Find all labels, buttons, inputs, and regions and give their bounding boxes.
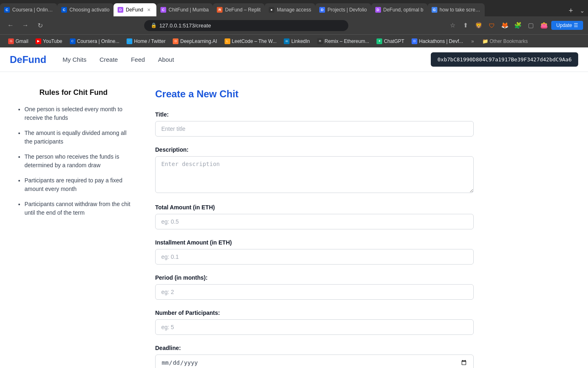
period-input[interactable] bbox=[155, 284, 474, 300]
browser-chrome: C Coursera | Online C C Choosing activat… bbox=[0, 0, 588, 47]
nav-my-chits[interactable]: My Chits bbox=[62, 56, 86, 63]
update-button[interactable]: Update ☰ bbox=[551, 21, 583, 30]
bookmark-coursera[interactable]: C Coursera | Online... bbox=[67, 38, 123, 45]
bookmark-youtube[interactable]: ▶ YouTube bbox=[32, 38, 65, 45]
title-label: Title: bbox=[155, 111, 474, 118]
tab-replit[interactable]: R DeFund – Replit bbox=[213, 3, 265, 16]
nav-about[interactable]: About bbox=[158, 56, 174, 63]
fox-icon[interactable]: 🦊 bbox=[499, 20, 510, 31]
tab-google[interactable]: G how to take screen bbox=[428, 3, 485, 16]
description-input[interactable] bbox=[155, 156, 474, 193]
deadline-label: Deadline: bbox=[155, 345, 474, 351]
bookmark-icon[interactable]: ☆ bbox=[447, 20, 458, 31]
address-bar: ← → ↻ 🔒 127.0.0.1:5173/create ☆ ⬆ 🦁 🛡 🦊 … bbox=[0, 16, 588, 34]
bookmark-remix[interactable]: R Remix – Ethereum... bbox=[314, 38, 372, 45]
toolbar-right: ☆ ⬆ 🦁 🛡 🦊 🧩 ▢ 👛 Update ☰ bbox=[447, 20, 583, 31]
total-amount-input[interactable] bbox=[155, 214, 474, 229]
period-field-group: Period (in months): bbox=[155, 274, 474, 300]
create-form: Create a New Chit Title: Description: To… bbox=[155, 88, 474, 368]
wallet-address-button[interactable]: 0xb7bC81990D804C97a1917Be39F3427d42bdC9A… bbox=[431, 52, 578, 67]
rule-item-4: Participants are required to pay a fixed… bbox=[24, 176, 131, 193]
title-input[interactable] bbox=[155, 121, 474, 137]
description-field-group: Description: bbox=[155, 146, 474, 194]
total-amount-label: Total Amount (in ETH) bbox=[155, 204, 474, 211]
bookmark-twitter[interactable]: 🐦 Home / Twitter bbox=[123, 38, 169, 45]
share-icon[interactable]: ⬆ bbox=[460, 20, 471, 31]
installment-field-group: Installment Amount (in ETH) bbox=[155, 239, 474, 265]
rule-item-5: Participants cannot withdraw from the ch… bbox=[24, 200, 131, 217]
main-layout: Rules for Chit Fund One person is select… bbox=[0, 72, 490, 368]
puzzle-icon[interactable]: 🧩 bbox=[512, 20, 523, 31]
installment-label: Installment Amount (in ETH) bbox=[155, 239, 474, 246]
tab-coursera1[interactable]: C Coursera | Online C bbox=[0, 3, 57, 16]
bookmark-deeplearning[interactable]: D DeepLearning.AI bbox=[169, 38, 220, 45]
create-form-title: Create a New Chit bbox=[155, 88, 474, 100]
tab-devfolio[interactable]: D Projects | Devfolio bbox=[315, 3, 371, 16]
lock-icon: 🔒 bbox=[151, 22, 157, 28]
bookmark-hackathons[interactable]: D Hackathons | Devf... bbox=[408, 38, 466, 45]
bookmarks-bar: G Gmail ▶ YouTube C Coursera | Online...… bbox=[0, 34, 588, 47]
brave-shield-icon[interactable]: 🛡 bbox=[486, 20, 497, 31]
tab-defund2[interactable]: D DeFund, optimal b bbox=[371, 3, 428, 16]
deadline-field-group: Deadline: bbox=[155, 345, 474, 368]
rules-list: One person is selected every month to re… bbox=[16, 105, 131, 217]
deadline-input[interactable] bbox=[155, 355, 474, 368]
nav-feed[interactable]: Feed bbox=[131, 56, 145, 63]
address-input[interactable]: 🔒 127.0.0.1:5173/create bbox=[144, 20, 348, 31]
rules-title: Rules for Chit Fund bbox=[16, 88, 131, 97]
window-icon[interactable]: ▢ bbox=[525, 20, 537, 31]
reload-button[interactable]: ↻ bbox=[34, 20, 46, 31]
menu-icon: ☰ bbox=[574, 22, 578, 28]
other-bookmarks[interactable]: 📁 Other Bookmarks bbox=[479, 38, 531, 45]
brave-lion-icon[interactable]: 🦁 bbox=[473, 20, 484, 31]
rule-item-2: The amount is equally divided among all … bbox=[24, 129, 131, 146]
installment-input[interactable] bbox=[155, 249, 474, 265]
new-tab-button[interactable]: + bbox=[565, 5, 577, 16]
bookmark-chatgpt[interactable]: ✦ ChatGPT bbox=[373, 38, 408, 45]
wallet-icon[interactable]: 👛 bbox=[538, 20, 550, 31]
app-navbar: DeFund My Chits Create Feed About 0xb7bC… bbox=[0, 47, 588, 72]
page-content: DeFund My Chits Create Feed About 0xb7bC… bbox=[0, 47, 588, 368]
tab-menu-button[interactable]: ⌄ bbox=[577, 5, 588, 16]
tab-close-icon[interactable]: ✕ bbox=[146, 7, 152, 13]
more-bookmarks[interactable]: » bbox=[468, 38, 477, 45]
period-label: Period (in months): bbox=[155, 274, 474, 281]
forward-button[interactable]: → bbox=[20, 20, 31, 31]
tab-github[interactable]: ● Manage access bbox=[265, 3, 315, 16]
rule-item-3: The person who receives the funds is det… bbox=[24, 153, 131, 170]
rule-item-1: One person is selected every month to re… bbox=[24, 105, 131, 122]
participants-field-group: Number of Participants: bbox=[155, 310, 474, 335]
title-field-group: Title: bbox=[155, 111, 474, 137]
rules-sidebar: Rules for Chit Fund One person is select… bbox=[16, 88, 131, 368]
participants-label: Number of Participants: bbox=[155, 310, 474, 316]
app-logo[interactable]: DeFund bbox=[10, 54, 46, 65]
description-label: Description: bbox=[155, 146, 474, 153]
total-amount-field-group: Total Amount (in ETH) bbox=[155, 204, 474, 229]
participants-input[interactable] bbox=[155, 319, 474, 335]
back-button[interactable]: ← bbox=[5, 20, 16, 31]
bookmark-leetcode[interactable]: L LeetCode – The W... bbox=[221, 38, 280, 45]
tab-defund[interactable]: D DeFund ✕ bbox=[114, 3, 156, 16]
tab-bar: C Coursera | Online C C Choosing activat… bbox=[0, 0, 588, 16]
tab-chitfund[interactable]: C ChitFund | Mumba bbox=[156, 3, 213, 16]
bookmark-linkedin[interactable]: in LinkedIn bbox=[281, 38, 313, 45]
nav-create[interactable]: Create bbox=[100, 56, 118, 63]
app-nav-links: My Chits Create Feed About bbox=[62, 56, 174, 63]
bookmark-gmail[interactable]: G Gmail bbox=[5, 38, 31, 45]
address-text: 127.0.0.1:5173/create bbox=[159, 22, 211, 29]
tab-choosing[interactable]: C Choosing activatio bbox=[57, 3, 114, 16]
